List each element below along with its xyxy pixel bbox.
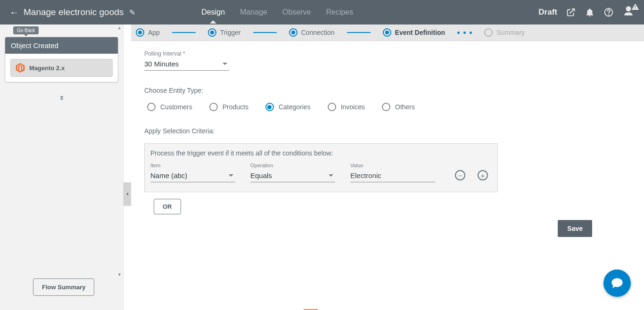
main-content: Polling Interval * 30 Minutes Choose Ent… — [131, 41, 644, 310]
chevron-down-icon — [223, 63, 227, 65]
step-event-definition[interactable]: Event Definition — [383, 28, 446, 37]
step-summary[interactable]: Summary — [484, 28, 525, 37]
criteria-title: Apply Selection Criteria: — [144, 127, 631, 135]
radio-invoices-label: Invoices — [341, 103, 365, 111]
chat-icon — [611, 277, 624, 290]
left-sidebar: ▲ Go Back Object Created Magento 2.x Flo… — [0, 24, 124, 310]
alert-triangle-icon — [631, 3, 639, 11]
step-app[interactable]: App — [136, 28, 160, 37]
bell-icon[interactable] — [585, 7, 595, 17]
entity-type-label: Choose Entity Type: — [144, 87, 631, 94]
collapse-sidebar-handle[interactable] — [124, 182, 131, 206]
edit-pencil-icon[interactable]: ✎ — [129, 8, 135, 17]
radio-others[interactable]: Others — [382, 103, 415, 111]
top-header: ← Manage electronic goods ✎ Design Manag… — [0, 0, 644, 24]
step-connection-label: Connection — [301, 29, 335, 36]
step-connector — [172, 32, 196, 33]
criteria-value-input[interactable] — [350, 170, 435, 182]
or-button[interactable]: OR — [154, 199, 181, 214]
external-link-icon[interactable] — [566, 7, 576, 17]
nav-tabs: Design Manage Observe Recipes — [201, 1, 353, 23]
status-label: Draft — [538, 8, 557, 17]
polling-interval-select[interactable]: 30 Minutes — [144, 58, 229, 71]
criteria-op-value: Equals — [250, 171, 272, 179]
criteria-op-label: Operation — [250, 163, 335, 168]
radio-invoices[interactable]: Invoices — [328, 103, 365, 111]
chevron-down-icon — [229, 174, 233, 177]
step-dots — [457, 32, 472, 34]
trigger-card-title: Object Created — [5, 37, 118, 54]
radio-customers-label: Customers — [160, 103, 192, 111]
step-app-label: App — [148, 29, 160, 36]
magento-icon — [15, 63, 25, 73]
step-connector — [347, 32, 371, 33]
step-connection[interactable]: Connection — [289, 28, 335, 37]
radio-products[interactable]: Products — [209, 103, 248, 111]
radio-customers[interactable]: Customers — [147, 103, 192, 111]
criteria-row: Item Name (abc) Operation Equals Value − — [150, 163, 492, 182]
polling-interval-label: Polling Interval * — [144, 50, 631, 57]
step-event-definition-label: Event Definition — [395, 29, 446, 36]
chevron-down-icon — [329, 174, 333, 177]
help-icon[interactable] — [603, 7, 614, 17]
header-right: Draft — [538, 5, 635, 19]
chat-fab[interactable] — [603, 269, 631, 297]
step-summary-label: Summary — [496, 29, 525, 36]
user-avatar[interactable] — [622, 5, 635, 19]
scroll-down-icon[interactable]: ▼ — [117, 272, 122, 277]
radio-categories[interactable]: Categories — [265, 103, 311, 111]
stepper-bar: App Trigger Connection Event Definition … — [131, 24, 644, 41]
criteria-item-select[interactable]: Name (abc) — [150, 170, 235, 182]
app-row[interactable]: Magento 2.x — [10, 59, 113, 77]
step-connector — [253, 32, 277, 33]
criteria-item-label: Item — [150, 163, 235, 168]
add-criteria-button[interactable]: + — [478, 170, 488, 180]
nav-tab-design[interactable]: Design — [201, 1, 225, 23]
polling-interval-value: 30 Minutes — [144, 60, 179, 68]
criteria-box: Process the trigger event if it meets al… — [144, 143, 498, 192]
radio-others-label: Others — [395, 103, 415, 111]
radio-products-label: Products — [223, 103, 248, 111]
entity-type-radio-group: Customers Products Categories Invoices O… — [144, 103, 631, 111]
criteria-value-label: Value — [350, 163, 435, 168]
go-back-tooltip: Go Back — [13, 26, 39, 34]
criteria-op-select[interactable]: Equals — [250, 170, 335, 182]
step-trigger[interactable]: Trigger — [208, 28, 241, 37]
flow-summary-button[interactable]: Flow Summary — [33, 278, 94, 296]
criteria-item-value: Name (abc) — [150, 171, 187, 179]
nav-tab-observe[interactable]: Observe — [282, 1, 311, 23]
scroll-up-icon[interactable]: ▲ — [117, 25, 122, 30]
criteria-help-text: Process the trigger event if it meets al… — [150, 149, 492, 157]
trigger-card[interactable]: Object Created Magento 2.x — [5, 37, 118, 82]
nav-tab-recipes[interactable]: Recipes — [326, 1, 353, 23]
page-title: Manage electronic goods — [24, 7, 124, 17]
step-trigger-label: Trigger — [220, 29, 241, 36]
save-button[interactable]: Save — [558, 220, 592, 237]
nav-tab-manage[interactable]: Manage — [240, 1, 267, 23]
remove-criteria-button[interactable]: − — [455, 170, 465, 180]
expand-chevron-icon[interactable] — [0, 94, 123, 104]
app-name: Magento 2.x — [29, 65, 65, 72]
back-arrow-icon[interactable]: ← — [9, 7, 19, 18]
radio-categories-label: Categories — [279, 103, 311, 111]
